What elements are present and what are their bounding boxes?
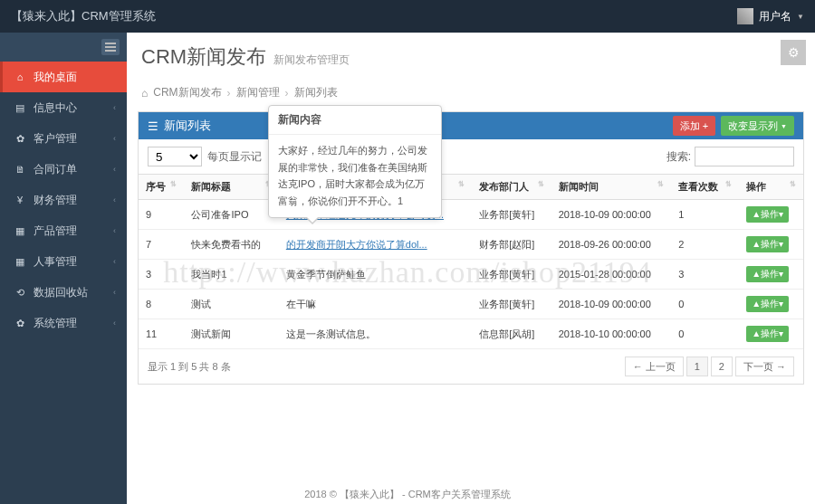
cell-time: 2015-01-28 00:00:00 [551,260,672,290]
content-popover: 新闻内容 大家好，经过几年的努力，公司发展的非常快，我们准备在美国纳斯达克IPO… [268,105,442,218]
page-subtitle: 新闻发布管理页 [273,52,350,68]
add-button[interactable]: 添加 + [673,116,715,136]
cell-id: 3 [139,260,184,290]
sidebar-item-0[interactable]: ⌂我的桌面 [0,62,127,92]
sidebar-item-3[interactable]: 🗎合同订单‹ [0,154,127,185]
cell-content[interactable]: 在干嘛 [279,290,472,319]
chevron-left-icon: ‹ [113,319,116,328]
nav-icon: ▤ [14,102,26,114]
cell-dept: 信息部[风胡] [472,319,551,349]
page-size-label: 每页显示记 [207,149,262,165]
row-action-button[interactable]: ▲操作▾ [746,206,789,223]
prev-page[interactable]: ← 上一页 [625,357,684,376]
cell-dept: 业务部[黄轩] [472,200,551,230]
chevron-left-icon: ‹ [113,257,116,266]
table-row: 9 公司准备IPO 大家好，经过几年的努力，公司发... 业务部[黄轩] 201… [139,200,803,230]
table-row: 7 快来免费看书的 的开发商开朗大方你说了算dol... 财务部[赵阳] 201… [139,230,803,260]
nav-icon: ✿ [14,133,26,145]
search-label: 搜索: [666,149,691,165]
cell-op: ▲操作▾ [739,319,803,349]
popover-body: 大家好，经过几年的努力，公司发展的非常快，我们准备在美国纳斯达克IPO，届时大家… [269,135,441,217]
news-panel: ☰ 新闻列表 添加 + 改变显示列 ▼ 5 每页显示记 [138,111,804,385]
change-columns-button[interactable]: 改变显示列 ▼ [721,116,794,136]
sidebar-item-1[interactable]: ▤信息中心‹ [0,92,127,123]
cell-content[interactable]: 这是一条测试信息。 [279,319,472,349]
pager: ← 上一页 1 2 下一页 → [625,357,794,376]
row-action-button[interactable]: ▲操作▾ [746,266,789,282]
cell-time: 2018-10-10 00:00:00 [551,319,672,349]
cell-content[interactable]: 黄金季节倒萨鲑鱼 [279,260,472,290]
cell-content[interactable]: 的开发商开朗大方你说了算dol... [279,230,472,260]
col-header[interactable]: 发布部门人⇅ [472,175,551,200]
nav-label: 财务管理 [34,193,77,208]
cell-time: 2018-10-09 00:00:00 [551,290,672,319]
breadcrumb-item: 新闻列表 [294,85,338,100]
chevron-left-icon: ‹ [113,103,116,112]
breadcrumb: ⌂ CRM新闻发布 › 新闻管理 › 新闻列表 [127,80,815,106]
panel-title: 新闻列表 [164,118,211,134]
breadcrumb-item[interactable]: CRM新闻发布 [153,85,221,100]
table-footer: 显示 1 到 5 共 8 条 ← 上一页 1 2 下一页 → [139,349,803,384]
news-table: 序号⇅新闻标题⇅新闻内容⇅发布部门人⇅新闻时间⇅查看次数⇅操作⇅ 9 公司准备I… [139,174,803,349]
page-footer: 2018 © 【猿来入此】 - CRM客户关系管理系统 [0,488,815,501]
table-row: 11 测试新闻 这是一条测试信息。 信息部[风胡] 2018-10-10 00:… [139,319,803,349]
search-input[interactable] [695,147,794,166]
user-menu[interactable]: 用户名 ▼ [737,8,804,24]
cell-dept: 业务部[黄轩] [472,260,551,290]
table-row: 8 测试 在干嘛 业务部[黄轩] 2018-10-09 00:00:00 0 ▲… [139,290,803,319]
cell-title: 我当时1 [184,260,278,290]
sidebar-toggle[interactable] [0,33,127,62]
sidebar-item-7[interactable]: ⟲数据回收站‹ [0,277,127,308]
breadcrumb-item[interactable]: 新闻管理 [236,85,280,100]
col-header[interactable]: 查看次数⇅ [671,175,739,200]
page-1[interactable]: 1 [686,357,708,376]
col-header[interactable]: 新闻时间⇅ [551,175,672,200]
nav-icon: ¥ [14,195,26,205]
cell-views: 0 [671,290,739,319]
row-action-button[interactable]: ▲操作▾ [746,296,789,312]
chevron-left-icon: ‹ [113,134,116,143]
cell-time: 2018-09-26 00:00:00 [551,230,672,260]
nav-label: 信息中心 [34,100,77,116]
nav-label: 人事管理 [34,254,77,270]
top-bar: 【猿来入此】CRM管理系统 用户名 ▼ [0,0,815,33]
table-toolbar: 5 每页显示记 搜索: [139,139,803,174]
cell-op: ▲操作▾ [739,290,803,319]
cell-title: 快来免费看书的 [184,230,278,260]
main-content: CRM新闻发布 新闻发布管理页 ⚙ ⌂ CRM新闻发布 › 新闻管理 › 新闻列… [127,33,815,504]
nav-icon: ✿ [14,318,26,329]
plus-icon: + [703,120,708,131]
home-icon[interactable]: ⌂ [141,87,148,100]
col-header[interactable]: 新闻标题⇅ [184,175,278,200]
cell-op: ▲操作▾ [739,230,803,260]
list-icon: ☰ [148,119,158,133]
page-2[interactable]: 2 [711,357,733,376]
cell-views: 0 [671,319,739,349]
cell-op: ▲操作▾ [739,200,803,230]
cell-title: 测试 [184,290,278,319]
cell-dept: 业务部[黄轩] [472,290,551,319]
chevron-down-icon: ▼ [781,123,787,129]
cell-id: 9 [139,200,184,230]
cell-title: 公司准备IPO [184,200,278,230]
sidebar-item-5[interactable]: ▦产品管理‹ [0,215,127,246]
col-header[interactable]: 序号⇅ [139,175,184,200]
col-header[interactable]: 操作⇅ [739,175,803,200]
sidebar-item-2[interactable]: ✿客户管理‹ [0,123,127,154]
page-size-select[interactable]: 5 [148,147,202,166]
sidebar-item-8[interactable]: ✿系统管理‹ [0,308,127,338]
cell-id: 11 [139,319,184,349]
cell-dept: 财务部[赵阳] [472,230,551,260]
row-action-button[interactable]: ▲操作▾ [746,326,789,342]
cell-id: 8 [139,290,184,319]
nav-label: 我的桌面 [34,70,77,85]
gear-icon: ⚙ [788,45,800,60]
row-action-button[interactable]: ▲操作▾ [746,236,789,252]
settings-button[interactable]: ⚙ [781,40,806,65]
sidebar-item-4[interactable]: ¥财务管理‹ [0,185,127,215]
cell-id: 7 [139,230,184,260]
nav-icon: ⟲ [14,287,26,299]
sidebar-item-6[interactable]: ▦人事管理‹ [0,246,127,277]
chevron-left-icon: ‹ [113,195,116,204]
next-page[interactable]: 下一页 → [735,357,794,376]
